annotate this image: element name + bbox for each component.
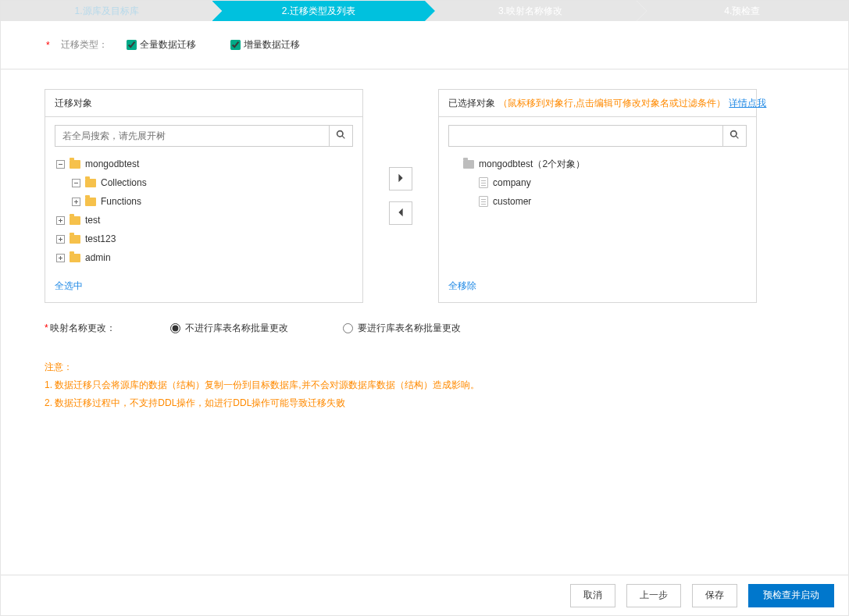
selected-node-company[interactable]: company xyxy=(448,173,747,192)
migration-type-label: 迁移类型： xyxy=(61,38,108,52)
source-panel: 迁移对象 m xyxy=(45,89,363,303)
search-icon xyxy=(336,130,346,142)
folder-icon xyxy=(70,160,80,169)
selected-search-input[interactable] xyxy=(449,126,722,146)
main-area: 迁移对象 m xyxy=(1,69,848,575)
tree-label: customer xyxy=(493,196,531,207)
dual-list: 迁移对象 m xyxy=(45,89,804,303)
folder-icon xyxy=(463,160,474,169)
app-root: 1.源库及目标库 2.迁移类型及列表 3.映射名称修改 4.预检查 * 迁移类型… xyxy=(0,0,849,616)
document-icon xyxy=(479,177,488,188)
step-4-label: 4.预检查 xyxy=(724,5,760,16)
selected-hint: （鼠标移到对象行,点击编辑可修改对象名或过滤条件） xyxy=(498,90,726,117)
save-button[interactable]: 保存 xyxy=(692,584,737,607)
remove-all-link[interactable]: 全移除 xyxy=(448,280,476,291)
selected-panel-header: 已选择对象 （鼠标移到对象行,点击编辑可修改对象名或过滤条件） 详情点我 xyxy=(439,90,756,117)
checkbox-incremental[interactable]: 增量数据迁移 xyxy=(230,38,300,52)
tree-node-test[interactable]: test xyxy=(55,211,353,230)
search-icon xyxy=(729,130,740,142)
details-link[interactable]: 详情点我 xyxy=(729,90,766,117)
transfer-buttons xyxy=(363,89,438,303)
source-panel-body: mongodbtest Collections Functions xyxy=(45,117,362,272)
source-search-button[interactable] xyxy=(329,126,352,146)
folder-icon xyxy=(70,235,80,244)
folder-icon xyxy=(70,216,80,225)
checkbox-incremental-input[interactable] xyxy=(230,40,241,50)
notice-block: 注意： 1. 数据迁移只会将源库的数据（结构）复制一份到目标数据库,并不会对源数… xyxy=(45,358,804,411)
prev-button[interactable]: 上一步 xyxy=(626,584,681,607)
step-1[interactable]: 1.源库及目标库 xyxy=(1,1,212,21)
mapping-row: 映射名称更改： 不进行库表名称批量更改 要进行库表名称批量更改 xyxy=(45,322,804,335)
tree-node-test123[interactable]: test123 xyxy=(55,230,353,248)
migration-type-row: * 迁移类型： 全量数据迁移 增量数据迁移 xyxy=(1,21,848,69)
tree-node-functions[interactable]: Functions xyxy=(55,192,353,211)
footer-actions: 取消 上一步 保存 预检查并启动 xyxy=(1,575,848,615)
collapse-icon[interactable] xyxy=(56,160,65,169)
source-panel-footer: 全选中 xyxy=(45,272,362,302)
selected-title: 已选择对象 xyxy=(448,90,495,117)
selected-search-button[interactable] xyxy=(722,126,746,146)
tree-label: company xyxy=(493,177,531,188)
selected-panel: 已选择对象 （鼠标移到对象行,点击编辑可修改对象名或过滤条件） 详情点我 xyxy=(438,89,757,303)
mapping-label: 映射名称更改： xyxy=(45,322,116,335)
checkbox-full-input[interactable] xyxy=(127,40,137,50)
selected-search xyxy=(448,125,747,147)
step-1-label: 1.源库及目标库 xyxy=(75,5,139,16)
step-4[interactable]: 4.预检查 xyxy=(637,1,848,21)
expand-icon[interactable] xyxy=(56,235,65,244)
step-2-label: 2.迁移类型及列表 xyxy=(282,5,355,16)
notice-heading: 注意： xyxy=(45,358,804,376)
selected-node-mongodbtest[interactable]: mongodbtest（2个对象） xyxy=(448,155,747,173)
folder-icon xyxy=(70,254,80,262)
expand-icon[interactable] xyxy=(72,198,80,206)
tree-label: Collections xyxy=(101,177,147,188)
step-3-label: 3.映射名称修改 xyxy=(498,5,562,16)
checkbox-full-label: 全量数据迁移 xyxy=(140,38,196,52)
radio-do-rename-input[interactable] xyxy=(343,323,353,333)
radio-do-rename[interactable]: 要进行库表名称批量更改 xyxy=(343,322,461,335)
checkbox-full[interactable]: 全量数据迁移 xyxy=(127,38,196,52)
notice-line-1: 1. 数据迁移只会将源库的数据（结构）复制一份到目标数据库,并不会对源数据库数据… xyxy=(45,376,804,394)
folder-icon xyxy=(85,198,96,206)
cancel-button[interactable]: 取消 xyxy=(570,584,615,607)
source-panel-title: 迁移对象 xyxy=(55,90,92,117)
folder-icon xyxy=(85,179,96,187)
tree-label: test xyxy=(85,215,100,226)
source-panel-header: 迁移对象 xyxy=(45,90,362,117)
tree-node-mongodbtest[interactable]: mongodbtest xyxy=(55,155,353,173)
selected-panel-footer: 全移除 xyxy=(439,272,756,302)
document-icon xyxy=(479,196,488,207)
radio-no-rename-input[interactable] xyxy=(170,323,180,333)
step-3[interactable]: 3.映射名称修改 xyxy=(425,1,637,21)
selected-tree: mongodbtest（2个对象） company customer xyxy=(448,155,747,211)
notice-line-2: 2. 数据迁移过程中，不支持DDL操作，如进行DDL操作可能导致迁移失败 xyxy=(45,394,804,412)
move-left-button[interactable] xyxy=(389,201,412,225)
wizard-steps: 1.源库及目标库 2.迁移类型及列表 3.映射名称修改 4.预检查 xyxy=(1,1,848,21)
chevron-right-icon xyxy=(397,173,405,186)
required-asterisk: * xyxy=(46,40,50,51)
expand-icon[interactable] xyxy=(56,216,65,225)
tree-label: test123 xyxy=(85,233,116,244)
radio-no-rename[interactable]: 不进行库表名称批量更改 xyxy=(170,322,288,335)
tree-label: mongodbtest（2个对象） xyxy=(479,158,585,171)
step-2-active[interactable]: 2.迁移类型及列表 xyxy=(212,1,424,21)
tree-node-admin[interactable]: admin xyxy=(55,248,353,267)
source-search-input[interactable] xyxy=(55,126,329,146)
chevron-left-icon xyxy=(397,207,405,220)
select-all-link[interactable]: 全选中 xyxy=(55,280,83,291)
expand-icon[interactable] xyxy=(56,254,65,262)
precheck-start-button[interactable]: 预检查并启动 xyxy=(748,584,834,607)
radio-no-rename-label: 不进行库表名称批量更改 xyxy=(185,322,288,335)
tree-label: admin xyxy=(85,252,111,263)
tree-node-collections[interactable]: Collections xyxy=(55,173,353,192)
move-right-button[interactable] xyxy=(389,167,412,190)
tree-label: mongodbtest xyxy=(85,158,139,169)
radio-do-rename-label: 要进行库表名称批量更改 xyxy=(358,322,461,335)
selected-panel-body: mongodbtest（2个对象） company customer xyxy=(439,117,756,272)
collapse-icon[interactable] xyxy=(72,179,80,187)
tree-label: Functions xyxy=(101,196,141,207)
selected-node-customer[interactable]: customer xyxy=(448,192,747,211)
checkbox-incremental-label: 增量数据迁移 xyxy=(244,38,300,52)
source-tree: mongodbtest Collections Functions xyxy=(55,155,353,267)
source-search xyxy=(55,125,353,147)
